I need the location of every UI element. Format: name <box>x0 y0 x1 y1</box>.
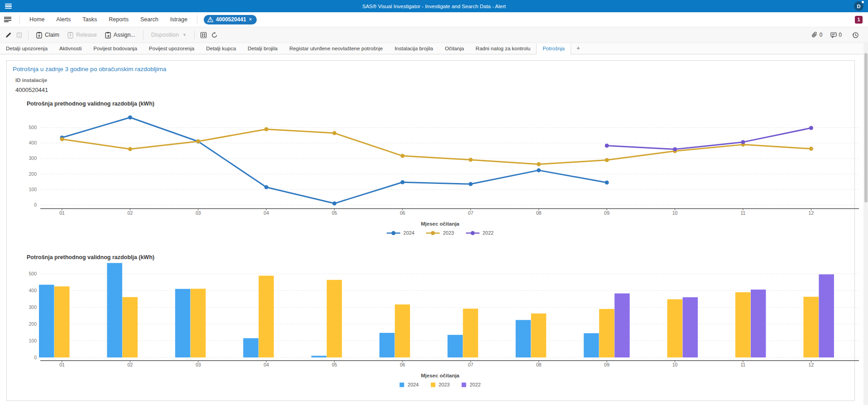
user-avatar[interactable]: D <box>854 1 863 11</box>
svg-text:10: 10 <box>672 210 678 216</box>
claim-icon <box>36 32 42 39</box>
app-window: SAS® Visual Investigator - Investigate a… <box>0 0 868 405</box>
entity-tabstrip: Detalji upozorenjaAktivnostiPovijest bod… <box>0 43 868 54</box>
release-label: Release <box>76 32 97 38</box>
legend-label: 2023 <box>443 230 454 236</box>
page-title: Potrošnja u zadnje 3 godine po obračunsk… <box>13 66 166 72</box>
comments-button[interactable]: 0 <box>830 32 842 38</box>
svg-text:100: 100 <box>29 338 37 343</box>
comments-count: 0 <box>839 32 842 38</box>
tab-povijest-bodovanja[interactable]: Povijest bodovanja <box>87 43 143 54</box>
assign-button[interactable]: Assign... <box>101 32 139 39</box>
release-button: Release <box>63 32 101 39</box>
app-topbar: SAS® Visual Investigator - Investigate a… <box>0 0 868 12</box>
tab-o-itanja[interactable]: Očitanja <box>439 43 470 54</box>
history-icon[interactable] <box>850 29 861 40</box>
line-chart-block: Potrošnja prethodnog validnog razdoblja … <box>19 101 862 236</box>
nav-item-search[interactable]: Search <box>134 16 164 23</box>
line-chart-title: Potrošnja prethodnog validnog razdoblja … <box>27 101 862 108</box>
tab-detalji-brojila[interactable]: Detalji brojila <box>242 43 283 54</box>
related-items-icon[interactable] <box>198 29 209 40</box>
svg-text:09: 09 <box>604 362 609 367</box>
svg-text:01: 01 <box>59 362 65 367</box>
alert-toolbar: Claim Release Assign... Disposition ▼ 0 <box>0 27 868 43</box>
legend-item-2024[interactable]: 2024 <box>399 382 418 387</box>
bar-chart: 0100200300400500010203040506070809101112 <box>19 261 862 372</box>
svg-text:300: 300 <box>29 304 37 310</box>
svg-text:200: 200 <box>29 171 37 177</box>
legend-item-2024[interactable]: 2024 <box>387 230 414 236</box>
tab-radni-nalog-za-kontrolu[interactable]: Radni nalog za kontrolu <box>470 43 537 54</box>
svg-text:100: 100 <box>29 187 37 192</box>
legend-item-2023[interactable]: 2023 <box>431 382 450 387</box>
legend-label: 2023 <box>439 382 450 387</box>
nav-list-icon[interactable] <box>4 17 11 22</box>
legend-item-2022[interactable]: 2022 <box>461 382 480 387</box>
svg-text:07: 07 <box>468 362 474 367</box>
svg-text:0: 0 <box>34 202 37 207</box>
nav-item-tasks[interactable]: Tasks <box>77 16 103 23</box>
nav-item-istrage[interactable]: Istrage <box>164 16 193 23</box>
main-navbar: HomeAlertsTasksReportsSearchIstrage 4000… <box>0 12 868 27</box>
nav-item-home[interactable]: Home <box>24 16 50 23</box>
alert-id-label: 4000520441 <box>216 16 246 23</box>
attachments-button[interactable]: 0 <box>811 32 823 38</box>
tab-aktivnosti[interactable]: Aktivnosti <box>53 43 87 54</box>
notification-badge[interactable]: 1 <box>855 16 863 24</box>
svg-text:08: 08 <box>536 210 542 216</box>
tab-detalji-kupca[interactable]: Detalji kupca <box>200 43 242 54</box>
legend-item-2023[interactable]: 2023 <box>426 230 454 236</box>
claim-label: Claim <box>45 32 59 38</box>
svg-text:11: 11 <box>741 362 746 367</box>
tab-detalji-upozorenja[interactable]: Detalji upozorenja <box>0 43 53 54</box>
save-icon <box>14 29 24 40</box>
bar-chart-legend: 202420232022 <box>19 382 862 387</box>
divider <box>143 30 144 39</box>
tab-potro-nja[interactable]: Potrošnja <box>536 43 571 54</box>
alert-tab-close-icon[interactable]: × <box>249 17 252 22</box>
nav-item-alerts[interactable]: Alerts <box>50 16 77 23</box>
svg-text:03: 03 <box>196 362 201 367</box>
edit-icon[interactable] <box>3 29 14 40</box>
disposition-label: Disposition <box>151 32 179 38</box>
line-chart-legend: 202420232022 <box>19 230 862 236</box>
scrollbar-thumb[interactable] <box>864 53 868 202</box>
svg-text:02: 02 <box>128 362 133 367</box>
line-chart-xlabel: Mjesec očitanja <box>19 221 862 227</box>
installation-id-label: ID instalacije <box>15 77 47 83</box>
svg-text:11: 11 <box>741 210 746 216</box>
svg-text:500: 500 <box>29 125 37 130</box>
svg-text:01: 01 <box>59 210 65 216</box>
svg-text:200: 200 <box>29 321 37 327</box>
avatar-status-dot <box>862 1 864 3</box>
svg-text:07: 07 <box>468 210 474 216</box>
svg-text:05: 05 <box>332 210 337 216</box>
attachments-count: 0 <box>820 32 823 38</box>
line-chart: 0100200300400500010203040506070809101112 <box>19 108 862 220</box>
tab-instalacija-brojila[interactable]: Instalacija brojila <box>388 43 439 54</box>
bar-chart-title: Potrošnja prethodnog validnog razdoblja … <box>27 254 862 261</box>
refresh-icon[interactable] <box>209 29 220 40</box>
nav-items: HomeAlertsTasksReportsSearchIstrage <box>24 16 193 23</box>
nav-item-reports[interactable]: Reports <box>103 16 134 23</box>
tab-povijest-upozorenja[interactable]: Povijest upozorenja <box>143 43 200 54</box>
claim-button[interactable]: Claim <box>32 32 63 39</box>
svg-text:06: 06 <box>400 362 405 367</box>
svg-text:09: 09 <box>604 210 609 216</box>
svg-text:04: 04 <box>264 362 269 367</box>
legend-item-2022[interactable]: 2022 <box>466 230 494 236</box>
app-title: SAS® Visual Investigator - Investigate a… <box>0 4 868 9</box>
consumption-panel: Potrošnja u zadnje 3 godine po obračunsk… <box>6 60 855 401</box>
svg-text:12: 12 <box>809 362 814 367</box>
legend-label: 2022 <box>483 230 494 236</box>
release-icon <box>67 32 73 39</box>
legend-label: 2022 <box>470 382 480 387</box>
divider <box>197 15 197 24</box>
alert-tab-pill[interactable]: 4000520441 × <box>204 15 257 24</box>
svg-text:500: 500 <box>29 271 37 276</box>
bar-chart-block: Potrošnja prethodnog validnog razdoblja … <box>19 254 862 387</box>
tab-registar-utvr-ene-neovla-tene-potro-nje[interactable]: Registar utvrđene neovlaštene potrošnje <box>283 43 389 54</box>
bar-chart-xlabel: Mjesec očitanja <box>19 373 862 379</box>
installation-id-value: 4000520441 <box>15 87 48 93</box>
add-tab-button[interactable]: + <box>571 43 585 54</box>
